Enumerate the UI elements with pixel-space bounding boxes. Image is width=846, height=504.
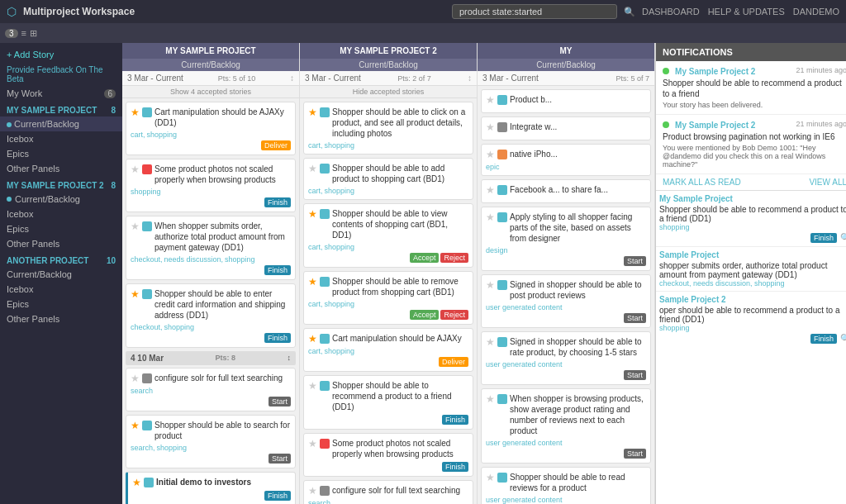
start-button[interactable]: Start xyxy=(624,370,646,380)
story-tag[interactable]: checkout, xyxy=(131,255,163,264)
story-card[interactable]: ★ configure solr for full text searching… xyxy=(126,368,296,411)
star-icon[interactable]: ★ xyxy=(486,212,495,223)
story-card[interactable]: ★ Shopper should be able to add product … xyxy=(303,158,473,200)
story-card[interactable]: ★ Shopper should be able to click on a p… xyxy=(303,102,473,155)
story-card[interactable]: ★ Product b... xyxy=(481,89,651,113)
story-card[interactable]: ★ Some product photos not scaled properl… xyxy=(126,159,296,212)
star-icon[interactable]: ★ xyxy=(486,393,495,405)
star-icon[interactable]: ★ xyxy=(131,107,140,118)
story-tag[interactable]: cart, xyxy=(131,131,145,139)
star-icon[interactable]: ★ xyxy=(486,279,495,291)
story-tag[interactable]: cart, xyxy=(308,141,323,150)
col1-expand-icon[interactable]: ↕ xyxy=(290,74,294,83)
col2-expand-icon[interactable]: ↕ xyxy=(468,74,472,83)
story-tag[interactable]: epic xyxy=(486,163,500,171)
sidebar-item-msp-epics[interactable]: Epics xyxy=(0,146,122,161)
story-card[interactable]: ★ Cart manipulation should be AJAXy (DD1… xyxy=(126,102,296,155)
story-card[interactable]: ★ Signed in shopper should be able to po… xyxy=(481,274,651,328)
sidebar-item-msp-other[interactable]: Other Panels xyxy=(0,161,122,176)
view-all-button[interactable]: VIEW ALL xyxy=(809,178,846,187)
story-card[interactable]: ★ Apply styling to all shopper facing pa… xyxy=(481,207,651,271)
story-card[interactable]: ★ configure solr for full text searching… xyxy=(303,480,473,504)
star-icon[interactable]: ★ xyxy=(131,420,140,431)
star-icon[interactable]: ★ xyxy=(132,477,141,488)
story-tag[interactable]: cart, xyxy=(308,187,323,195)
star-icon[interactable]: ★ xyxy=(486,94,495,106)
notification-item[interactable]: My Sample Project 2 21 minutes ago Shopp… xyxy=(656,61,846,115)
story-tag[interactable]: shopping xyxy=(147,131,178,139)
notif-story-tag[interactable]: checkout, needs discussion, shopping xyxy=(659,279,846,288)
finish-button[interactable]: Finish xyxy=(264,333,291,343)
beta-feedback-link[interactable]: Provide Feedback On The Beta xyxy=(0,63,122,86)
story-tag[interactable]: shopping xyxy=(164,323,195,331)
story-tag[interactable]: shopping xyxy=(157,444,188,452)
notif-search-icon2[interactable]: 🔍 xyxy=(840,334,846,344)
star-icon[interactable]: ★ xyxy=(308,380,317,392)
nav-user[interactable]: DANDEMO xyxy=(793,7,839,17)
sidebar-item-msp2-other[interactable]: Other Panels xyxy=(0,236,122,251)
sidebar-item-ap-backlog[interactable]: Current/Backlog xyxy=(0,267,122,282)
story-tag[interactable]: user generated content xyxy=(486,360,563,368)
star-icon[interactable]: ★ xyxy=(308,276,317,288)
story-tag[interactable]: shopping xyxy=(325,243,355,251)
story-tag[interactable]: user generated content xyxy=(486,303,563,311)
add-story-button[interactable]: + Add Story xyxy=(0,46,122,63)
start-button[interactable]: Start xyxy=(624,256,646,266)
col1-toggle[interactable]: Show 4 accepted stories xyxy=(122,86,299,98)
deliver-button[interactable]: Deliver xyxy=(439,357,468,367)
story-card[interactable]: ★ When shopper submits order, authorize … xyxy=(126,216,296,280)
accept-button[interactable]: Accept xyxy=(410,253,440,263)
notif-story-card-1[interactable]: My Sample Project Shopper should be able… xyxy=(656,191,846,247)
story-tag[interactable]: shopping xyxy=(225,255,255,264)
sidebar-item-msp2-icebox[interactable]: Icebox xyxy=(0,207,122,221)
story-card[interactable]: ★ Integrate w... xyxy=(481,116,651,140)
star-icon[interactable]: ★ xyxy=(131,221,140,232)
story-tag[interactable]: design xyxy=(486,246,508,254)
notif-finish-button[interactable]: Finish xyxy=(810,233,837,243)
finish-button[interactable]: Finish xyxy=(442,415,468,425)
star-icon[interactable]: ★ xyxy=(131,373,140,384)
mark-all-read-button[interactable]: MARK ALL AS READ xyxy=(663,178,741,187)
finish-button[interactable]: Finish xyxy=(264,265,291,275)
reject-button[interactable]: Reject xyxy=(440,253,468,263)
story-card[interactable]: ★ Shopper should be able to remove produ… xyxy=(303,271,473,325)
story-tag[interactable]: cart, xyxy=(308,243,323,251)
notif-story-card-2[interactable]: Sample Project shopper submits order, au… xyxy=(656,247,846,292)
finish-button[interactable]: Finish xyxy=(264,491,291,501)
story-card[interactable]: ★ When shopper is browsing products, sho… xyxy=(481,388,651,464)
story-card[interactable]: ★ Cart manipulation should be AJAXy cart… xyxy=(303,328,473,372)
story-card[interactable]: ★ Some product photos not scaled properl… xyxy=(303,433,473,477)
story-tag[interactable]: search, xyxy=(131,444,155,452)
story-tag[interactable]: user generated content xyxy=(486,439,563,447)
story-card[interactable]: ★ Shopper should be able to read reviews… xyxy=(481,467,651,504)
search-input[interactable] xyxy=(452,4,617,19)
nav-help[interactable]: HELP & UPDATES xyxy=(708,7,785,17)
story-tag[interactable]: cart, xyxy=(308,300,323,308)
star-icon[interactable]: ★ xyxy=(308,208,317,220)
nav-dashboard[interactable]: DASHBOARD xyxy=(642,7,700,17)
start-button[interactable]: Start xyxy=(624,313,646,323)
star-icon[interactable]: ★ xyxy=(308,107,317,118)
star-icon[interactable]: ★ xyxy=(308,438,317,449)
accept-button[interactable]: Accept xyxy=(410,310,440,320)
search-icon[interactable]: 🔍 xyxy=(624,7,635,17)
story-card[interactable]: ★ native iPho... epic xyxy=(481,144,651,176)
story-tag[interactable]: shopping xyxy=(325,347,355,355)
star-icon[interactable]: ★ xyxy=(486,149,495,160)
sidebar-item-ap-epics[interactable]: Epics xyxy=(0,297,122,311)
reject-button[interactable]: Reject xyxy=(440,310,468,320)
start-button[interactable]: Start xyxy=(269,454,291,464)
story-card[interactable]: ★ Facebook a... to share fa... xyxy=(481,179,651,203)
sidebar-item-ap-other[interactable]: Other Panels xyxy=(0,311,122,326)
story-tag[interactable]: needs discussion, xyxy=(164,255,224,264)
star-icon[interactable]: ★ xyxy=(308,485,317,497)
grid-view-icon[interactable]: ⊞ xyxy=(30,28,37,39)
sidebar-item-msp-icebox[interactable]: Icebox xyxy=(0,131,122,146)
story-card[interactable]: ★ Signed in shopper should be able to ra… xyxy=(481,331,651,385)
story-card[interactable]: ★ Shopper should be able to search for p… xyxy=(126,415,296,468)
story-tag[interactable]: shopping xyxy=(131,188,161,196)
finish-button[interactable]: Finish xyxy=(442,462,468,472)
start-button[interactable]: Start xyxy=(624,449,646,459)
story-tag[interactable]: search xyxy=(308,499,330,504)
star-icon[interactable]: ★ xyxy=(308,333,317,345)
